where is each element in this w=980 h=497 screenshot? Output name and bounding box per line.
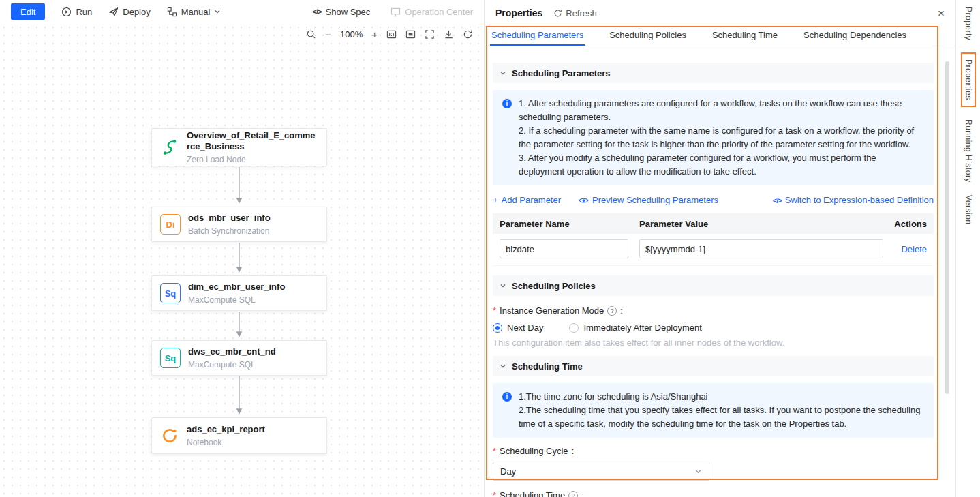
switch-label: Switch to Expression-based Definition [785, 195, 934, 205]
node-text: ads_ec_kpi_report Notebook [187, 424, 265, 447]
radio-selected-icon [493, 323, 502, 333]
node-subtitle: MaxCompute SQL [188, 360, 276, 370]
right-rail: Property Properties Running History Vers… [955, 0, 980, 497]
parameter-value-input[interactable] [639, 239, 883, 258]
zoom-out-button[interactable]: − [325, 29, 331, 40]
maxcompute-sql-icon: Sq [160, 283, 181, 303]
node-subtitle: Zero Load Node [187, 155, 318, 164]
tab-scheduling-time[interactable]: Scheduling Time [711, 26, 779, 46]
collapse-icon [500, 363, 506, 370]
tab-scheduling-dependencies[interactable]: Scheduling Dependencies [802, 26, 908, 46]
tab-scheduling-policies[interactable]: Scheduling Policies [608, 26, 688, 46]
preview-label: Preview Scheduling Parameters [592, 195, 718, 205]
parameters-table: Parameter Name Parameter Value Actions D… [493, 213, 934, 266]
deploy-button[interactable]: Deploy [108, 7, 150, 17]
node-title: Overview_of_Retail_E_commerce_Business [187, 130, 318, 152]
deploy-label: Deploy [123, 7, 150, 17]
node-icon-text: Sq [165, 353, 177, 363]
radio-next-day[interactable]: Next Day [493, 322, 543, 333]
rail-tab-property[interactable]: Property [964, 7, 973, 40]
scheduling-time-label: * Scheduling Time ? : [493, 490, 934, 497]
node-title: ads_ec_kpi_report [187, 424, 265, 435]
search-icon[interactable] [306, 29, 316, 40]
section-scheduling-time[interactable]: Scheduling Time [493, 356, 934, 376]
operation-center-icon [391, 7, 401, 17]
label-colon: : [620, 305, 623, 316]
edit-button[interactable]: Edit [11, 3, 45, 20]
help-icon[interactable]: ? [607, 306, 617, 316]
label-colon: : [572, 446, 575, 456]
tab-scheduling-parameters[interactable]: Scheduling Parameters [490, 26, 585, 46]
run-label: Run [76, 7, 92, 17]
parameter-name-input[interactable] [500, 239, 628, 258]
field-label-text: Instance Generation Mode [500, 305, 604, 316]
workflow-node[interactable]: Di ods_mbr_user_info Batch Synchronizati… [151, 207, 327, 242]
download-icon[interactable] [444, 29, 454, 40]
node-text: dws_ec_mbr_cnt_nd MaxCompute SQL [188, 346, 276, 370]
node-icon-text: Di [166, 220, 175, 230]
rail-tab-properties[interactable]: Properties [964, 59, 973, 100]
radio-immediately-after-deployment[interactable]: Immediately After Deployment [569, 322, 701, 333]
section-title: Scheduling Time [512, 361, 583, 372]
radio-label: Immediately After Deployment [583, 322, 701, 333]
workflow-node[interactable]: Sq dim_ec_mbr_user_info MaxCompute SQL [151, 275, 327, 311]
add-parameter-button[interactable]: + Add Parameter [493, 195, 561, 205]
operation-center-label: Operation Center [405, 7, 473, 17]
refresh-label: Refresh [566, 8, 597, 18]
zoom-in-button[interactable]: + [371, 29, 378, 40]
node-subtitle: MaxCompute SQL [188, 295, 285, 305]
workflow-node[interactable]: Overview_of_Retail_E_commerce_Business Z… [151, 128, 327, 166]
column-header-parameter-value: Parameter Value [639, 219, 894, 229]
parameters-table-header: Parameter Name Parameter Value Actions [493, 213, 934, 234]
fullscreen-icon[interactable] [425, 29, 435, 40]
chevron-down-icon [694, 468, 702, 475]
operation-center-button[interactable]: Operation Center [391, 7, 473, 17]
node-text: dim_ec_mbr_user_info MaxCompute SQL [188, 282, 285, 305]
workflow-node[interactable]: Sq dws_ec_mbr_cnt_nd MaxCompute SQL [151, 340, 327, 376]
deploy-icon [108, 7, 119, 17]
dataworks-workflow-editor: Edit Run Deploy Manual </> Show Spec Ope… [0, 0, 980, 497]
delete-parameter-link[interactable]: Delete [901, 244, 927, 254]
workflow-node[interactable]: ads_ec_kpi_report Notebook [151, 417, 327, 454]
manual-dropdown[interactable]: Manual [167, 7, 221, 17]
panel-title: Properties [495, 7, 542, 18]
instance-generation-mode-label: * Instance Generation Mode ? : [493, 305, 934, 316]
radio-label: Next Day [507, 322, 543, 333]
switch-to-expression-button[interactable]: </> Switch to Expression-based Definitio… [773, 195, 934, 205]
panel-scrollbar[interactable] [945, 61, 949, 394]
info-line: 1.The time zone for scheduling is Asia/S… [519, 390, 923, 404]
node-title: ods_mbr_user_info [188, 213, 271, 224]
info-line: 2.The scheduling time that you specify t… [519, 404, 923, 431]
rail-tab-running-history[interactable]: Running History [964, 119, 973, 183]
scheduling-cycle-label: * Scheduling Cycle : [493, 446, 934, 456]
zero-load-node-icon [160, 138, 179, 157]
show-spec-icon: </> [313, 7, 322, 16]
show-spec-button[interactable]: </> Show Spec [313, 7, 371, 17]
canvas-toolbar: − 100% + [306, 29, 473, 40]
preview-scheduling-parameters-button[interactable]: Preview Scheduling Parameters [579, 195, 718, 205]
one-to-one-icon[interactable] [386, 29, 397, 40]
node-text: ods_mbr_user_info Batch Synchronization [188, 213, 271, 236]
top-toolbar: Edit Run Deploy Manual </> Show Spec Ope… [0, 0, 484, 23]
close-icon[interactable]: × [938, 7, 945, 19]
fit-view-icon[interactable] [405, 29, 416, 40]
info-line: 2. If a scheduling parameter with the sa… [519, 124, 923, 151]
help-icon[interactable]: ? [568, 491, 578, 497]
node-title: dws_ec_mbr_cnt_nd [188, 346, 276, 357]
add-parameter-label: Add Parameter [502, 195, 561, 205]
node-subtitle: Notebook [187, 438, 265, 447]
refresh-canvas-icon[interactable] [463, 29, 473, 40]
properties-panel-header: Properties Refresh × [485, 0, 955, 26]
show-spec-label: Show Spec [326, 7, 371, 17]
rail-tab-version[interactable]: Version [964, 195, 973, 225]
properties-panel: Properties Refresh × Scheduling Paramete… [484, 0, 955, 497]
section-scheduling-policies[interactable]: Scheduling Policies [493, 275, 934, 296]
workflow-canvas[interactable]: − 100% + [0, 23, 484, 497]
node-title: dim_ec_mbr_user_info [188, 282, 285, 292]
info-line: 3. After you modify a scheduling paramet… [519, 151, 923, 179]
run-button[interactable]: Run [61, 7, 92, 17]
collapse-icon [500, 70, 506, 76]
scheduling-cycle-select[interactable]: Day [493, 462, 709, 481]
refresh-button[interactable]: Refresh [553, 8, 597, 18]
section-scheduling-parameters[interactable]: Scheduling Parameters [493, 63, 934, 83]
